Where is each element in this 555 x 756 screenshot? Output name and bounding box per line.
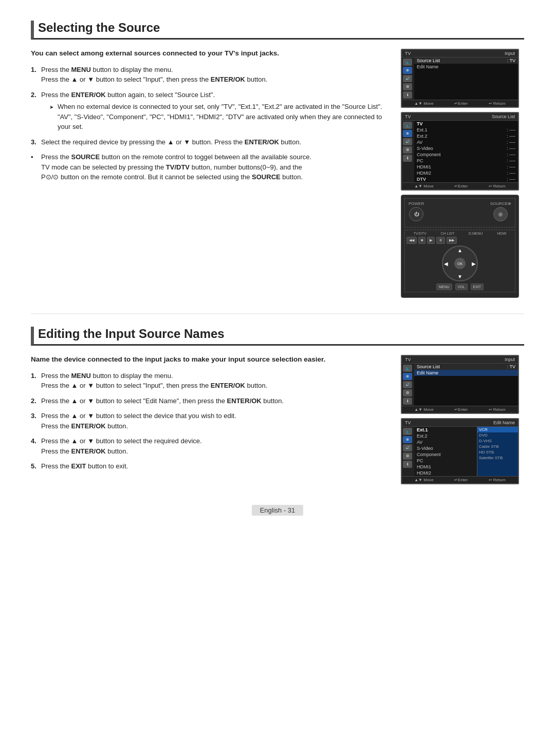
screen1-footer-move: ▲▼ Move <box>414 101 434 106</box>
screen1-item1-label: Source List <box>417 58 440 63</box>
screen3-icon-1: 📺 <box>403 365 412 372</box>
screen4-edit-body: Ext.1 Ext.2 AV S-Video <box>414 427 518 476</box>
option-hd-stb: HD STB <box>477 449 518 455</box>
nav-circle-wrapper: ▲ ▼ ◀ ▶ OK <box>442 245 478 281</box>
screen4-icon-3: 🔊 <box>403 444 412 451</box>
remote-small-btns-row: ◀◀ ■ ▶ ⏸ ▶▶ <box>406 237 513 244</box>
screen4-icon-4: ⚙ <box>403 452 412 460</box>
screen2-footer-enter: ↵Enter <box>454 184 468 188</box>
section2-text: Name the device connected to the input j… <box>31 355 385 484</box>
screen1-item2-label: Edit Name <box>417 64 438 69</box>
nav-center-ok: OK <box>454 258 466 269</box>
screen1-header: TV Input <box>402 50 518 58</box>
section2-intro: Name the device connected to the input j… <box>31 355 385 365</box>
icon-3: 🔊 <box>403 75 412 82</box>
screen4-footer: ▲▼ Move ↵Enter ↩ Return <box>402 476 518 483</box>
edit-item-pc: PC <box>414 458 477 464</box>
pause-btn: ⏸ <box>436 237 445 244</box>
nav-left-arrow: ◀ <box>444 261 448 267</box>
source-btn: ◎ <box>493 207 508 221</box>
screen2-item-hdmi1: HDMI1: ---- <box>414 164 518 170</box>
screen1-icons: 📺 ⊕ 🔊 ⚙ ℹ <box>402 58 414 100</box>
screen1-tv-label: TV <box>405 51 411 56</box>
section1-content: You can select among external sources co… <box>31 49 524 298</box>
step1-1: 1. Press the MENU button to display the … <box>31 65 385 85</box>
exit-btn: EXIT <box>471 284 484 290</box>
section-divider <box>31 313 524 314</box>
screen2-icon-3: 🔊 <box>403 138 412 145</box>
hdmi-label: HDMI <box>497 232 506 235</box>
remote-nav-section: TV/DTV CH LIST D.MENU HDMI ◀◀ ■ ▶ ⏸ ▶▶ <box>404 230 515 292</box>
step2-1: 1. Press the MENU button to display the … <box>31 371 385 391</box>
screen3-item1-val: : TV <box>507 364 515 369</box>
nav-up-arrow: ▲ <box>457 248 462 253</box>
icon-1: 📺 <box>403 59 412 66</box>
edit-item-ext2: Ext.2 <box>414 433 477 439</box>
remote-power-label: POWER ⏻ <box>409 201 424 222</box>
power-btn: ⏻ <box>409 207 423 221</box>
screen1-section-label: Input <box>505 51 515 56</box>
screen2-icon-5: ℹ <box>403 155 412 162</box>
screen2-item-dtv: DTV: ---- <box>414 176 518 182</box>
screen2-footer-return: ↩ Return <box>489 184 506 188</box>
screen3-footer: ▲▼ Move ↵Enter ↩ Return <box>402 406 518 413</box>
screen1-footer-enter: ↵Enter <box>454 101 468 106</box>
tv-screen-source-list: TV Source List 📺 ⊕ 🔊 ⚙ ℹ TV <box>401 112 519 191</box>
remote-power-source-row: POWER ⏻ SOURCE⊕ ◎ <box>406 200 513 223</box>
section1-text: You can select among external sources co… <box>31 49 385 298</box>
section1-title: Selecting the Source <box>31 21 524 40</box>
screen4-options: VCR DVD D-VHS Cable STB HD STB Satellite… <box>477 427 518 476</box>
screen1-item2: Edit Name <box>414 64 518 70</box>
edit-item-av: AV <box>414 439 477 445</box>
screen2-icon-4: ⚙ <box>403 146 412 154</box>
tv-screen-input-menu-2: TV Input 📺 ⊕ 🔊 ⚙ ℹ Source List : TV <box>401 355 519 414</box>
screen3-item2: Edit Name <box>414 370 518 376</box>
icon-4: ⚙ <box>403 83 412 90</box>
section2-title: Editing the Input Source Names <box>31 327 524 346</box>
screen2-footer: ▲▼ Move ↵Enter ↩ Return <box>402 182 518 190</box>
screen3-icon-4: ⚙ <box>403 389 412 396</box>
screen2-item-ext2: Ext.2: ---- <box>414 133 518 139</box>
icon-2-active: ⊕ <box>403 67 412 74</box>
chlist-label: CH LIST <box>440 232 454 235</box>
screen2-item-pc: PC: ---- <box>414 158 518 164</box>
edit-item-ext1: Ext.1 <box>414 427 477 433</box>
screen4-icon-2: ⊕ <box>403 436 412 443</box>
screen1-footer: ▲▼ Move ↵Enter ↩ Return <box>402 100 518 107</box>
vol-btn: VOL <box>455 284 468 290</box>
screen3-tv-label: TV <box>405 357 411 362</box>
step2-4: 4. Press the ▲ or ▼ button to select the… <box>31 436 385 456</box>
ff-btn: ▶▶ <box>447 237 457 244</box>
step1-2: 2. Press the ENTER/OK button again, to s… <box>31 90 385 132</box>
section2-content: Name the device connected to the input j… <box>31 355 524 484</box>
tv-screen-edit-name: TV Edit Name 📺 ⊕ 🔊 ⚙ ℹ Ext.1 <box>401 418 519 484</box>
screen4-icons: 📺 ⊕ 🔊 ⚙ ℹ <box>402 427 414 476</box>
screen2-item-component: Component: ---- <box>414 152 518 158</box>
screen2-item-tv: TV <box>414 121 518 127</box>
option-satellite-stb: Satellite STB <box>477 455 518 461</box>
option-vcr: VCR <box>477 427 518 432</box>
screen1-item1: Source List : TV <box>414 58 518 64</box>
section-editing-source: Editing the Input Source Names Name the … <box>31 327 524 484</box>
nav-down-arrow: ▼ <box>457 274 462 279</box>
screen1-menu: Source List : TV Edit Name <box>414 58 518 100</box>
menu-btn: MENU <box>436 284 452 290</box>
step2-3: 3. Press the ▲ or ▼ button to select the… <box>31 411 385 431</box>
screen2-item-hdmi2: HDMI2: ---- <box>414 170 518 176</box>
section1-steps: 1. Press the MENU button to display the … <box>31 65 385 182</box>
section-selecting-source: Selecting the Source You can select amon… <box>31 21 524 298</box>
screen3-icons: 📺 ⊕ 🔊 ⚙ ℹ <box>402 364 414 406</box>
screen4-icon-1: 📺 <box>403 428 412 435</box>
screen2-item-svideo: S-Video: ---- <box>414 145 518 152</box>
page-number: English - 31 <box>252 505 304 516</box>
icon-5: ℹ <box>403 91 412 99</box>
rew-btn: ◀◀ <box>406 237 417 244</box>
step1-note: Press the SOURCE button on the remote co… <box>31 152 385 182</box>
page-footer: English - 31 <box>31 500 524 516</box>
dmenu-label: D.MENU <box>469 232 483 235</box>
screen3-header: TV Input <box>402 356 518 364</box>
screen2-section-label: Source List <box>492 114 515 119</box>
screen3-icon-3: 🔊 <box>403 381 412 388</box>
screen2-item-av: AV: ---- <box>414 139 518 145</box>
step2-5: 5. Press the EXIT button to exit. <box>31 461 385 471</box>
